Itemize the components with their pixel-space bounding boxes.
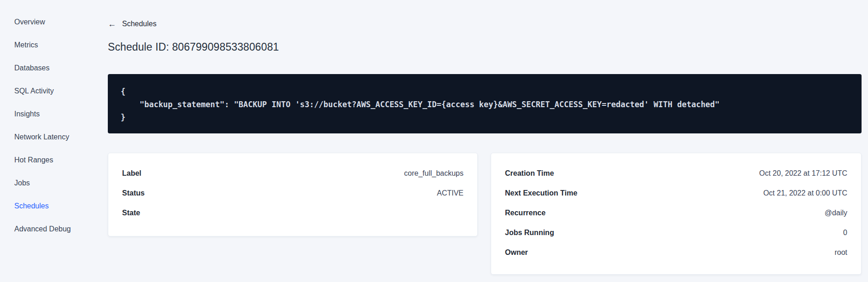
row-label: State — [122, 209, 140, 217]
row-value: Oct 20, 2022 at 17:12 UTC — [759, 169, 847, 178]
back-to-schedules-link[interactable]: ← Schedules — [108, 20, 157, 28]
detail-row-jobs-running: Jobs Running 0 — [505, 223, 847, 242]
row-label: Owner — [505, 248, 528, 257]
sidebar-item-hot-ranges[interactable]: Hot Ranges — [14, 155, 90, 165]
row-label: Label — [122, 169, 141, 178]
sidebar-item-advanced-debug[interactable]: Advanced Debug — [14, 224, 90, 234]
row-label: Recurrence — [505, 209, 545, 217]
sidebar-item-insights[interactable]: Insights — [14, 109, 90, 119]
schedule-details-card: Label core_full_backups Status ACTIVE St… — [108, 153, 478, 236]
backup-statement-code-block: { "backup_statement": "BACKUP INTO 's3:/… — [108, 74, 862, 133]
schedule-timing-card: Creation Time Oct 20, 2022 at 17:12 UTC … — [491, 153, 862, 275]
row-value: root — [834, 248, 847, 257]
sidebar-item-jobs[interactable]: Jobs — [14, 178, 90, 188]
detail-row-label: Label core_full_backups — [122, 163, 463, 183]
back-link-label: Schedules — [122, 20, 157, 28]
row-value: @daily — [825, 209, 847, 217]
row-label: Jobs Running — [505, 229, 554, 237]
sidebar: Overview Metrics Databases SQL Activity … — [0, 0, 90, 282]
detail-cards-row: Label core_full_backups Status ACTIVE St… — [108, 153, 862, 275]
sidebar-item-databases[interactable]: Databases — [14, 63, 90, 73]
code-line: } — [121, 111, 849, 124]
main-content: ← Schedules Schedule ID: 806799098533806… — [90, 0, 868, 282]
detail-row-status: Status ACTIVE — [122, 183, 463, 203]
row-label: Next Execution Time — [505, 189, 577, 197]
code-line: "backup_statement": "BACKUP INTO 's3://b… — [121, 98, 849, 111]
row-label: Status — [122, 189, 145, 197]
sidebar-item-network-latency[interactable]: Network Latency — [14, 132, 90, 142]
detail-row-owner: Owner root — [505, 242, 847, 262]
code-line: { — [121, 85, 849, 98]
sidebar-item-overview[interactable]: Overview — [14, 17, 90, 27]
row-value: core_full_backups — [404, 169, 463, 178]
arrow-left-icon: ← — [108, 20, 116, 28]
row-value: ACTIVE — [437, 189, 463, 197]
detail-row-next-execution-time: Next Execution Time Oct 21, 2022 at 0:00… — [505, 183, 847, 203]
row-label: Creation Time — [505, 169, 554, 178]
sidebar-item-sql-activity[interactable]: SQL Activity — [14, 86, 90, 96]
detail-row-state: State — [122, 203, 463, 223]
sidebar-item-schedules[interactable]: Schedules — [14, 201, 90, 211]
detail-row-recurrence: Recurrence @daily — [505, 203, 847, 223]
page-title: Schedule ID: 806799098533806081 — [108, 41, 862, 53]
row-value: Oct 21, 2022 at 0:00 UTC — [763, 189, 847, 197]
detail-row-creation-time: Creation Time Oct 20, 2022 at 17:12 UTC — [505, 163, 847, 183]
row-value: 0 — [843, 229, 847, 237]
sidebar-item-metrics[interactable]: Metrics — [14, 40, 90, 50]
